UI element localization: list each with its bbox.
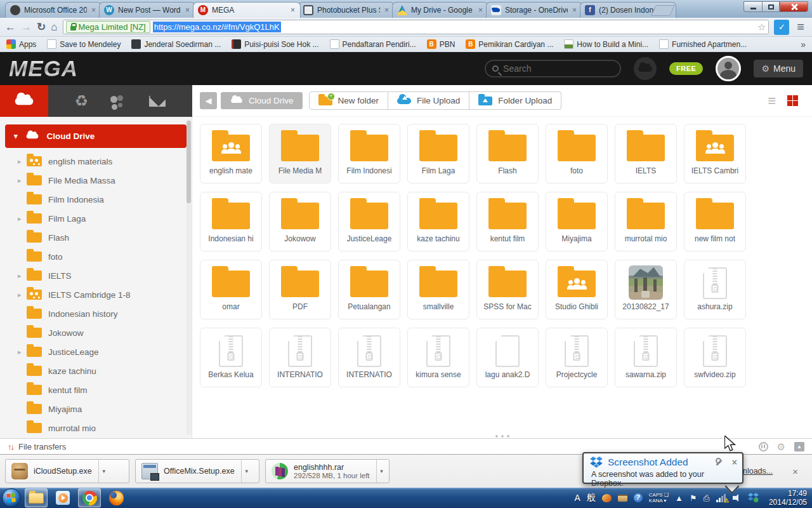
grid-item[interactable]: INTERNATIO bbox=[269, 328, 331, 387]
bookmark-item[interactable]: B Pemikiran Cardiyan ... bbox=[466, 39, 553, 49]
bookmarks-overflow-icon[interactable]: » bbox=[801, 39, 806, 50]
volume-icon[interactable] bbox=[733, 494, 742, 502]
security-badge[interactable]: Mega Limited [NZ] bbox=[66, 21, 150, 33]
taskbar-explorer-button[interactable] bbox=[25, 488, 48, 507]
inbox-icon[interactable] bbox=[149, 96, 166, 107]
bookmark-item[interactable]: How to Build a Mini... bbox=[564, 39, 648, 49]
display-icon[interactable]: ⎙ bbox=[704, 494, 710, 502]
transfers-settings-icon[interactable]: ⚙ bbox=[777, 442, 785, 451]
grid-item[interactable]: kimura sense bbox=[407, 328, 469, 387]
cloud-status-button[interactable] bbox=[634, 57, 657, 80]
bookmark-item[interactable]: Puisi-puisi Soe Hok ... bbox=[232, 39, 318, 49]
ime-palette-icon[interactable] bbox=[602, 494, 612, 502]
browser-tab[interactable]: Storage - OneDrive × bbox=[486, 2, 582, 18]
bookmark-item[interactable]: B PBN bbox=[427, 39, 455, 49]
network-icon[interactable]: ⚠ bbox=[716, 494, 726, 502]
sidebar-folder-item[interactable]: Film Indonesia bbox=[0, 190, 192, 209]
grid-item[interactable]: Film Indonesi bbox=[338, 124, 400, 184]
expand-chevron-icon[interactable]: ▸ bbox=[18, 272, 27, 280]
bookmark-item[interactable]: Save to Mendeley bbox=[47, 39, 121, 49]
sidebar-folder-item[interactable]: ▸ JusticeLeage bbox=[0, 342, 192, 361]
browser-tab[interactable]: Microsoft Office 201 × bbox=[5, 2, 102, 18]
tab-close-icon[interactable]: × bbox=[91, 6, 96, 14]
expand-chevron-icon[interactable]: ▸ bbox=[18, 348, 27, 356]
mega-logo[interactable]: MEGA bbox=[9, 56, 78, 81]
grid-item[interactable]: Indonesian hi bbox=[200, 192, 262, 251]
dropbox-tray-icon[interactable] bbox=[748, 493, 759, 503]
maximize-button[interactable] bbox=[762, 1, 780, 12]
expand-chevron-icon[interactable]: ▸ bbox=[18, 291, 27, 299]
taskbar-media-player-button[interactable] bbox=[51, 488, 74, 507]
tab-close-icon[interactable]: × bbox=[290, 6, 296, 14]
panel-resize-handle[interactable] bbox=[495, 435, 509, 438]
action-center-flag-icon[interactable]: ⚑ bbox=[690, 494, 697, 502]
folder-upload-button[interactable]: Folder Upload bbox=[469, 91, 561, 110]
grid-item[interactable]: Flash bbox=[476, 124, 539, 184]
start-button[interactable] bbox=[2, 488, 21, 507]
grid-item[interactable]: Petualangan bbox=[338, 260, 400, 319]
grid-item[interactable]: IELTS Cambri bbox=[684, 124, 746, 184]
bookmark-item[interactable]: Jenderal Soedirman ... bbox=[131, 39, 221, 49]
list-view-icon[interactable]: ≡ bbox=[768, 95, 776, 107]
taskbar-clock[interactable]: 17:49 2014/12/05 bbox=[765, 489, 807, 507]
sidebar-folder-item[interactable]: kentut film bbox=[0, 380, 192, 399]
expand-chevron-icon[interactable]: ▸ bbox=[18, 177, 27, 185]
sidebar-folder-item[interactable]: murrotal mio bbox=[0, 418, 192, 438]
grid-item[interactable]: Jokowow bbox=[269, 192, 331, 251]
download-caret-icon[interactable]: ▾ bbox=[241, 460, 252, 483]
grid-item[interactable]: Projectcycle bbox=[546, 328, 608, 387]
download-caret-icon[interactable]: ▾ bbox=[376, 460, 387, 483]
taskbar-chrome-button[interactable] bbox=[78, 488, 101, 507]
search-input[interactable] bbox=[503, 64, 598, 74]
grid-item[interactable]: kentut film bbox=[476, 192, 539, 251]
reload-icon[interactable]: ↻ bbox=[37, 22, 46, 32]
browser-menu-icon[interactable]: ≡ bbox=[794, 20, 807, 34]
taskbar-firefox-button[interactable] bbox=[105, 488, 128, 507]
extension-button[interactable]: ✓ bbox=[774, 20, 789, 35]
close-button[interactable] bbox=[780, 1, 808, 12]
browser-tab[interactable]: M MEGA × bbox=[193, 2, 301, 18]
download-caret-icon[interactable]: ▾ bbox=[98, 460, 109, 483]
contacts-icon[interactable] bbox=[110, 95, 127, 107]
expand-chevron-icon[interactable]: ▸ bbox=[18, 157, 27, 166]
bookmark-item[interactable]: Apps bbox=[6, 39, 36, 49]
sidebar-cloud-drive-root[interactable]: ▾ Cloud Drive bbox=[5, 124, 187, 148]
download-item[interactable]: OfficeMix.Setup.exe ▾ bbox=[135, 459, 259, 483]
breadcrumb-button[interactable]: Cloud Drive bbox=[221, 92, 303, 109]
grid-item[interactable]: omar bbox=[200, 260, 262, 319]
ime-toolbox-icon[interactable] bbox=[618, 495, 627, 502]
browser-tab[interactable]: W New Post — WordP × bbox=[99, 2, 195, 18]
grid-item[interactable]: sawarna.zip bbox=[615, 328, 677, 387]
ime-mode-a[interactable]: A bbox=[574, 493, 580, 503]
url-text[interactable]: https://mega.co.nz/#fm/VgkQ1LhK bbox=[153, 22, 281, 32]
download-item[interactable]: iCloudSetup.exe ▾ bbox=[5, 459, 129, 483]
sidebar-folder-item[interactable]: kaze tachinu bbox=[0, 361, 192, 380]
download-item[interactable]: englishhhh.rar 292/528 MB, 1 hour left ▾ bbox=[265, 459, 390, 483]
sidebar-folder-item[interactable]: Jokowow bbox=[0, 323, 192, 342]
plan-badge[interactable]: FREE bbox=[669, 62, 703, 75]
sidebar-folder-item[interactable]: ▸ File Media Massa bbox=[0, 171, 192, 190]
browser-tab[interactable]: My Drive - Google D × bbox=[392, 2, 488, 18]
grid-item[interactable]: kaze tachinu bbox=[407, 192, 469, 251]
file-upload-button[interactable]: File Upload bbox=[388, 91, 469, 110]
grid-item[interactable]: INTERNATIO bbox=[338, 328, 400, 387]
sidebar-folder-item[interactable]: Flash bbox=[0, 228, 192, 247]
expand-chevron-icon[interactable]: ▸ bbox=[18, 215, 27, 223]
grid-item[interactable]: foto bbox=[546, 124, 608, 184]
sidebar-folder-item[interactable]: Miyajima bbox=[0, 399, 192, 418]
grid-item[interactable]: new film not bbox=[684, 192, 746, 251]
tab-close-icon[interactable]: × bbox=[572, 6, 577, 14]
grid-item[interactable]: murrotal mio bbox=[615, 192, 677, 251]
grid-item[interactable]: Berkas Kelua bbox=[200, 328, 262, 387]
sidebar-folder-item[interactable]: ▸ IELTS Cambridge 1-8 bbox=[0, 285, 192, 304]
wrench-icon[interactable] bbox=[716, 459, 722, 465]
grid-item[interactable]: ashura.zip bbox=[684, 260, 746, 319]
grid-item[interactable]: 20130822_17 bbox=[615, 260, 677, 319]
sidebar-folder-item[interactable]: ▸ IELTS bbox=[0, 266, 192, 285]
grid-item[interactable]: SPSS for Mac bbox=[476, 260, 539, 319]
grid-view-icon[interactable] bbox=[787, 95, 798, 106]
scrollbar-thumb[interactable] bbox=[187, 121, 191, 203]
grid-item[interactable]: PDF bbox=[269, 260, 331, 319]
sidebar-scrollbar[interactable] bbox=[187, 119, 191, 435]
ime-mode-kanji[interactable]: 般 bbox=[587, 492, 596, 504]
